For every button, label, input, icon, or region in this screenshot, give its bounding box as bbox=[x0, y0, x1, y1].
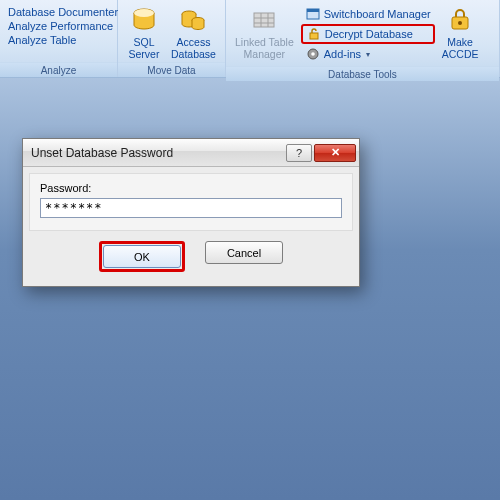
decrypt-database-button[interactable]: Decrypt Database bbox=[301, 24, 435, 44]
ribbon-group-move-data: SQL Server Access Database Move Data bbox=[118, 0, 226, 77]
ok-highlight: OK bbox=[99, 241, 185, 272]
dialog-titlebar[interactable]: Unset Database Password ? ✕ bbox=[23, 139, 359, 167]
linked-table-icon bbox=[249, 5, 279, 35]
svg-point-1 bbox=[134, 9, 154, 17]
dialog-button-row: OK Cancel bbox=[23, 237, 359, 286]
password-label: Password: bbox=[40, 182, 342, 194]
password-input[interactable] bbox=[40, 198, 342, 218]
cancel-button[interactable]: Cancel bbox=[205, 241, 283, 264]
dialog-body: Password: bbox=[29, 173, 353, 231]
help-icon: ? bbox=[296, 147, 302, 159]
svg-rect-4 bbox=[254, 13, 274, 27]
switchboard-label: Switchboard Manager bbox=[324, 8, 431, 20]
decrypt-label: Decrypt Database bbox=[325, 28, 413, 40]
svg-rect-11 bbox=[310, 33, 318, 39]
addins-icon bbox=[305, 46, 321, 62]
access-database-button[interactable]: Access Database bbox=[166, 2, 221, 60]
dialog-close-button[interactable]: ✕ bbox=[314, 144, 356, 162]
switchboard-manager-button[interactable]: Switchboard Manager bbox=[301, 5, 435, 23]
dialog-help-button[interactable]: ? bbox=[286, 144, 312, 162]
make-accde-label: Make ACCDE bbox=[442, 36, 479, 60]
dialog-title: Unset Database Password bbox=[31, 146, 286, 160]
sql-server-icon bbox=[129, 5, 159, 35]
switchboard-icon bbox=[305, 6, 321, 22]
sql-server-button[interactable]: SQL Server bbox=[122, 2, 166, 60]
ribbon: Database Documenter Analyze Performance … bbox=[0, 0, 500, 78]
linked-table-label: Linked Table Manager bbox=[235, 36, 294, 60]
analyze-documenter[interactable]: Database Documenter bbox=[6, 6, 120, 18]
group-label-move-data: Move Data bbox=[118, 62, 225, 77]
decrypt-icon bbox=[306, 26, 322, 42]
svg-point-13 bbox=[311, 52, 315, 56]
close-icon: ✕ bbox=[331, 146, 340, 159]
svg-point-15 bbox=[458, 21, 462, 25]
analyze-performance[interactable]: Analyze Performance bbox=[6, 20, 120, 32]
ok-button[interactable]: OK bbox=[103, 245, 181, 268]
access-database-label: Access Database bbox=[171, 36, 216, 60]
addins-dropdown-icon: ▾ bbox=[366, 50, 370, 59]
group-label-analyze: Analyze bbox=[0, 62, 117, 77]
make-accde-button[interactable]: Make ACCDE bbox=[437, 2, 484, 60]
ribbon-group-database-tools: Linked Table Manager Switchboard Manager… bbox=[226, 0, 500, 77]
addins-label: Add-ins bbox=[324, 48, 361, 60]
make-accde-icon bbox=[445, 5, 475, 35]
group-label-database-tools: Database Tools bbox=[226, 66, 499, 81]
ribbon-group-analyze: Database Documenter Analyze Performance … bbox=[0, 0, 118, 77]
svg-rect-10 bbox=[307, 9, 319, 12]
unset-password-dialog: Unset Database Password ? ✕ Password: OK… bbox=[22, 138, 360, 287]
analyze-table[interactable]: Analyze Table bbox=[6, 34, 120, 46]
access-database-icon bbox=[178, 5, 208, 35]
linked-table-manager-button: Linked Table Manager bbox=[230, 2, 299, 60]
sql-server-label: SQL Server bbox=[129, 36, 160, 60]
addins-button[interactable]: Add-ins ▾ bbox=[301, 45, 435, 63]
